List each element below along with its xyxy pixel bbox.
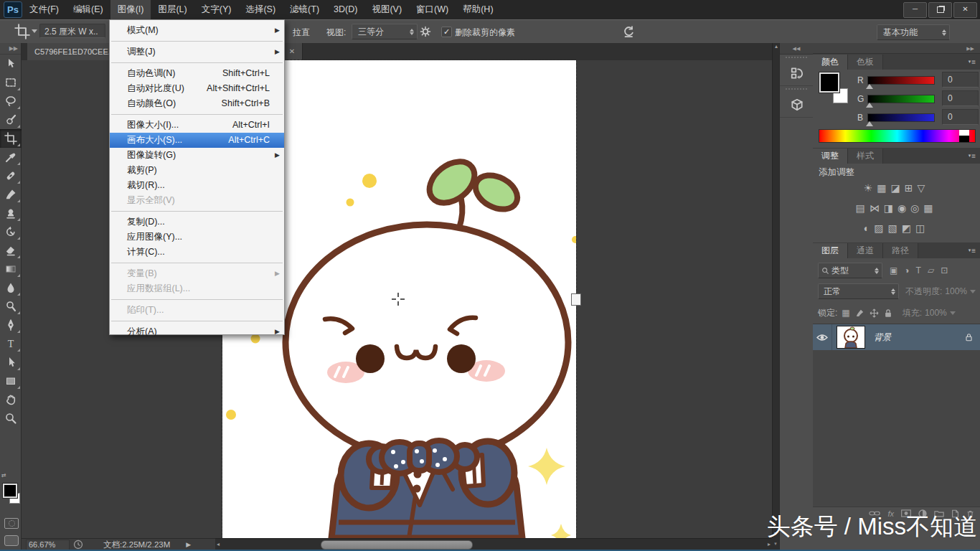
layer-visibility-cell[interactable] (813, 324, 832, 350)
panel-foreground-swatch[interactable] (819, 72, 839, 93)
lock-pixels-icon[interactable] (855, 309, 864, 318)
blur-tool[interactable] (0, 278, 22, 297)
gradient-tool[interactable] (0, 260, 22, 278)
tab-styles[interactable]: 样式 (848, 149, 883, 164)
crop-tool-options-icon[interactable] (14, 24, 30, 39)
menubar-item-type[interactable]: 文字(Y) (194, 0, 239, 19)
type-tool[interactable]: T (0, 334, 22, 353)
tab-adjustments[interactable]: 调整 (813, 149, 848, 164)
menubar-item-3d[interactable]: 3D(D) (326, 0, 364, 19)
black-white-icon[interactable]: ◨ (884, 202, 897, 214)
menu-item-canvas-size[interactable]: 画布大小(S)...Alt+Ctrl+C (110, 133, 284, 148)
menu-item-image-rotation[interactable]: 图像旋转(G)▶ (110, 148, 284, 163)
tab-close-icon[interactable]: ✕ (287, 47, 297, 57)
tab-layers[interactable]: 图层 (813, 243, 848, 258)
crop-preset-caret[interactable] (32, 29, 37, 33)
green-slider[interactable] (867, 95, 935, 103)
vibrance-icon[interactable]: ▽ (917, 182, 929, 194)
spectrum-black-swatch[interactable] (959, 136, 969, 142)
menubar-item-filter[interactable]: 滤镜(T) (283, 0, 326, 19)
rectangular-marquee-tool[interactable] (0, 73, 22, 92)
eraser-tool[interactable] (0, 241, 22, 260)
menubar-item-view[interactable]: 视图(V) (364, 0, 409, 19)
foreground-color-swatch[interactable] (3, 484, 17, 498)
menubar-item-edit[interactable]: 编辑(E) (66, 0, 110, 19)
green-value-field[interactable]: 0 (942, 90, 979, 106)
opacity-caret[interactable] (970, 290, 976, 293)
gradient-map-icon[interactable]: ◩ (902, 222, 915, 234)
layer-thumbnail[interactable] (837, 326, 865, 349)
fill-caret[interactable] (950, 311, 956, 315)
menu-item-auto-color[interactable]: 自动颜色(O)Shift+Ctrl+B (110, 96, 284, 111)
blue-slider-thumb[interactable] (866, 121, 873, 126)
filter-smart-objects-icon[interactable]: ⊡ (941, 265, 948, 276)
quick-selection-tool[interactable] (0, 110, 22, 129)
brightness-contrast-icon[interactable]: ☀ (864, 182, 877, 194)
invert-icon[interactable]: ◐ (864, 222, 874, 234)
minimize-button[interactable]: ─ (903, 2, 927, 18)
filter-type-layers-icon[interactable]: T (916, 265, 921, 276)
pen-tool[interactable] (0, 316, 22, 334)
menu-item-adjustments[interactable]: 调整(J)▶ (110, 44, 284, 60)
path-selection-tool[interactable] (0, 353, 22, 372)
menu-item-trim[interactable]: 裁切(R)... (110, 178, 284, 193)
levels-icon[interactable]: ▦ (877, 182, 890, 194)
crop-ratio-field[interactable]: 2.5 厘米 W x.. (39, 24, 105, 38)
menu-item-auto-contrast[interactable]: 自动对比度(U)Alt+Shift+Ctrl+L (110, 81, 284, 96)
view-overlay-select[interactable]: 三等分 (352, 24, 418, 39)
menubar-item-file[interactable]: 文件(F) (22, 0, 66, 19)
blend-mode-select[interactable]: 正常 (818, 283, 899, 299)
eyedropper-tool[interactable] (0, 148, 22, 166)
panel-menu-icon[interactable]: ▾≡ (969, 54, 976, 70)
red-slider-thumb[interactable] (866, 84, 873, 89)
expand-dock-icon[interactable]: ◀◀ (780, 43, 813, 55)
reset-crop-icon[interactable] (621, 24, 636, 39)
filter-shape-layers-icon[interactable]: ▱ (928, 265, 934, 276)
tab-paths[interactable]: 路径 (883, 243, 918, 258)
tab-swatches[interactable]: 色板 (848, 55, 883, 70)
panel-menu-icon[interactable]: ▾≡ (969, 148, 976, 164)
color-spectrum-ramp[interactable] (819, 129, 976, 143)
tab-color[interactable]: 颜色 (813, 55, 848, 70)
crop-settings-gear-icon[interactable] (419, 25, 432, 38)
tab-channels[interactable]: 通道 (848, 243, 883, 258)
color-lookup-icon[interactable]: ▦ (923, 202, 937, 214)
threshold-icon[interactable]: ▧ (888, 222, 902, 234)
color-balance-icon[interactable]: ⋈ (870, 202, 884, 214)
panel-menu-icon[interactable]: ▾≡ (969, 242, 976, 258)
lock-all-icon[interactable] (884, 309, 892, 318)
3d-panel-icon[interactable] (780, 93, 814, 118)
workspace-select[interactable]: 基本功能 (877, 24, 950, 40)
dodge-tool[interactable] (0, 297, 22, 316)
layer-row-background[interactable]: 背景 (813, 324, 980, 351)
filter-pixel-layers-icon[interactable]: ▣ (890, 265, 897, 276)
posterize-icon[interactable]: ▨ (874, 222, 887, 234)
crop-tool[interactable] (0, 129, 22, 148)
menubar-item-help[interactable]: 帮助(H) (456, 0, 500, 19)
toolbar-collapse-icon[interactable]: ▶▶ (0, 43, 21, 55)
red-value-field[interactable]: 0 (942, 72, 979, 88)
menubar-item-layer[interactable]: 图层(L) (151, 0, 194, 19)
menubar-item-window[interactable]: 窗口(W) (409, 0, 456, 19)
photo-filter-icon[interactable]: ◉ (897, 202, 910, 214)
close-button[interactable]: ✕ (953, 2, 977, 18)
fill-value[interactable]: 100% (925, 308, 947, 318)
restore-button[interactable] (928, 2, 952, 18)
menu-item-duplicate[interactable]: 复制(D)... (110, 215, 284, 230)
menu-item-analysis[interactable]: 分析(A)▶ (110, 324, 284, 339)
hue-saturation-icon[interactable]: ▤ (855, 202, 869, 214)
history-brush-tool[interactable] (0, 222, 22, 241)
lock-transparency-icon[interactable]: ▦ (842, 308, 849, 318)
layer-name[interactable]: 背景 (874, 331, 891, 344)
spectrum-white-swatch[interactable] (959, 130, 969, 136)
zoom-tool[interactable] (0, 409, 22, 428)
delete-cropped-pixels-checkbox[interactable]: ✓ (441, 27, 452, 37)
curves-icon[interactable]: ◪ (891, 182, 905, 194)
menubar-item-image[interactable]: 图像(I) (110, 0, 151, 19)
straighten-button[interactable]: 拉直 (293, 27, 310, 39)
blue-slider[interactable] (867, 113, 935, 122)
menu-item-apply-image[interactable]: 应用图像(Y)... (110, 230, 284, 245)
opacity-value[interactable]: 100% (945, 286, 967, 296)
menu-item-mode[interactable]: 模式(M)▶ (110, 23, 284, 38)
red-slider[interactable] (867, 76, 935, 85)
